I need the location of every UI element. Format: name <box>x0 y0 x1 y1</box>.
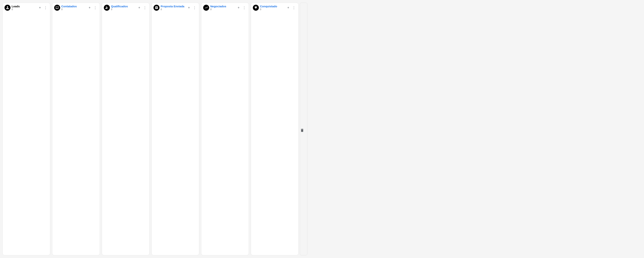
column-title-qualificados: Qualificados <box>111 5 136 8</box>
column-title-negociados: Negociados <box>210 5 235 8</box>
column-count-conquistado: 0 <box>260 8 284 11</box>
column-actions-leads: + ⋮ <box>37 5 48 10</box>
column-count-proposta-enviada: 0 <box>161 8 185 11</box>
chart-icon <box>203 5 209 11</box>
column-header-proposta-enviada: Proposta Enviada 0 + ⋮ <box>152 3 199 12</box>
column-body-proposta-enviada <box>152 12 199 255</box>
more-button-negociados[interactable]: ⋮ <box>242 5 247 10</box>
more-button-contatados[interactable]: ⋮ <box>92 5 98 10</box>
person-icon <box>4 5 10 11</box>
column-count-qualificados: 0 <box>111 8 136 11</box>
more-button-leads[interactable]: ⋮ <box>43 5 48 10</box>
column-actions-qualificados: + ⋮ <box>137 5 148 10</box>
more-button-qualificados[interactable]: ⋮ <box>142 5 148 10</box>
add-button-qualificados[interactable]: + <box>137 5 142 10</box>
kanban-board: Leads 0 + ⋮ Contatados 0 + ⋮ <box>0 0 644 258</box>
trash-column <box>300 3 308 255</box>
column-actions-negociados: + ⋮ <box>236 5 247 10</box>
column-count-negociados: 0 <box>210 8 235 11</box>
column-header-contatados: Contatados 0 + ⋮ <box>52 3 100 12</box>
add-button-conquistado[interactable]: + <box>286 5 291 10</box>
column-body-conquistado <box>251 12 298 255</box>
add-button-leads[interactable]: + <box>37 5 42 10</box>
trash-button[interactable] <box>300 128 304 132</box>
column-title-group-leads: Leads 0 <box>12 5 36 11</box>
column-title-conquistado: Conquistado <box>260 5 284 8</box>
column-header-qualificados: Qualificados 0 + ⋮ <box>102 3 150 12</box>
column-header-conquistado: Conquistado 0 + ⋮ <box>251 3 298 12</box>
chat-icon <box>54 5 60 11</box>
column-header-leads: Leads 0 + ⋮ <box>2 3 50 12</box>
column-title-group-qualificados: Qualificados 0 <box>111 5 136 11</box>
column-title-group-negociados: Negociados 0 <box>210 5 235 11</box>
clipboard-icon <box>154 5 160 11</box>
upload-person-icon <box>104 5 110 11</box>
column-actions-conquistado: + ⋮ <box>286 5 296 10</box>
column-conquistado: Conquistado 0 + ⋮ <box>251 3 298 255</box>
column-proposta-enviada: Proposta Enviada 0 + ⋮ <box>152 3 199 255</box>
add-button-proposta-enviada[interactable]: + <box>186 5 192 10</box>
column-qualificados: Qualificados 0 + ⋮ <box>102 3 150 255</box>
more-button-proposta-enviada[interactable]: ⋮ <box>192 5 197 10</box>
column-body-qualificados <box>102 12 150 255</box>
column-actions-contatados: + ⋮ <box>87 5 98 10</box>
column-body-contatados <box>52 12 100 255</box>
column-title-group-proposta-enviada: Proposta Enviada 0 <box>161 5 185 11</box>
add-button-contatados[interactable]: + <box>87 5 92 10</box>
column-negociados: Negociados 0 + ⋮ <box>201 3 249 255</box>
column-leads: Leads 0 + ⋮ <box>2 3 50 255</box>
add-button-negociados[interactable]: + <box>236 5 241 10</box>
column-count-contatados: 0 <box>61 8 86 11</box>
column-contatados: Contatados 0 + ⋮ <box>52 3 100 255</box>
column-title-proposta-enviada: Proposta Enviada <box>161 5 185 8</box>
column-title-leads: Leads <box>12 5 36 8</box>
column-count-leads: 0 <box>12 8 36 11</box>
column-body-leads <box>2 12 50 255</box>
column-header-negociados: Negociados 0 + ⋮ <box>201 3 249 12</box>
column-title-contatados: Contatados <box>61 5 86 8</box>
trophy-icon <box>253 5 259 11</box>
column-title-group-contatados: Contatados 0 <box>61 5 86 11</box>
column-title-group-conquistado: Conquistado 0 <box>260 5 284 11</box>
column-body-negociados <box>201 12 249 255</box>
more-button-conquistado[interactable]: ⋮ <box>291 5 296 10</box>
column-actions-proposta-enviada: + ⋮ <box>186 5 197 10</box>
